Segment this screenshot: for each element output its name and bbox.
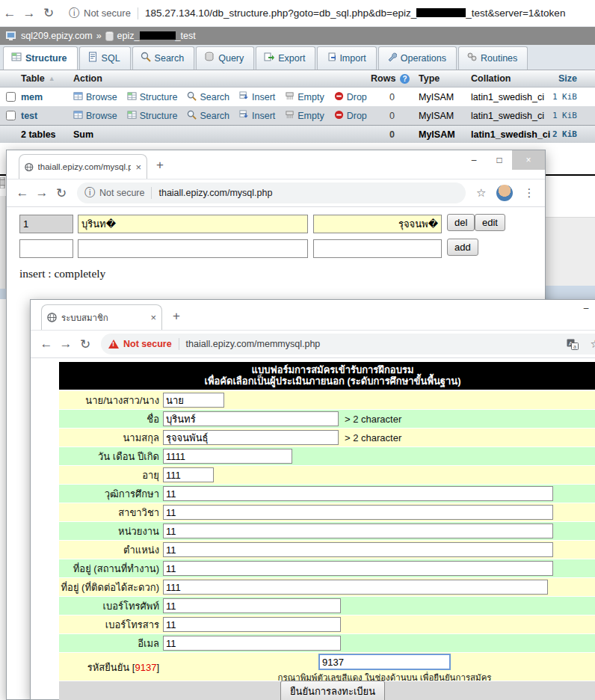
not-secure-label[interactable]: Not secure — [123, 339, 172, 349]
pma-tab-sql[interactable]: SQL — [79, 46, 131, 70]
pma-tab-structure[interactable]: Structure — [3, 46, 78, 70]
column-rows[interactable]: Rows? — [371, 73, 414, 84]
help-icon[interactable]: ? — [400, 74, 410, 84]
new-name-input[interactable] — [78, 239, 308, 258]
action-insert[interactable]: Insert — [239, 91, 275, 103]
new-tab-icon[interactable]: + — [173, 309, 180, 324]
table-name[interactable]: test — [21, 111, 73, 121]
edit-button[interactable]: edit — [475, 214, 505, 231]
not-secure-label[interactable]: Not secure — [99, 188, 144, 198]
breadcrumb-database[interactable]: epiz__test — [117, 31, 196, 41]
popup2-tab[interactable]: ระบบสมาชิก × — [41, 304, 162, 330]
table-size[interactable]: 1 KiB — [544, 111, 595, 120]
record-surname-input[interactable] — [313, 215, 442, 233]
column-type[interactable]: Type — [414, 73, 471, 84]
action-search[interactable]: Search — [187, 91, 229, 103]
record-id-input[interactable] — [19, 215, 73, 233]
pma-tab-operations[interactable]: Operations — [378, 46, 457, 70]
form-input[interactable] — [163, 486, 553, 501]
action-drop[interactable]: Drop — [334, 110, 367, 122]
form-row-label: ที่อยู่ (สถานที่ทำงาน) — [59, 561, 163, 577]
back-icon[interactable]: ← — [13, 185, 32, 200]
pma-tab-routines[interactable]: Routines — [458, 46, 528, 70]
action-empty[interactable]: Empty — [285, 91, 324, 103]
back-icon[interactable]: ← — [37, 337, 56, 351]
action-search[interactable]: Search — [187, 110, 229, 122]
form-input[interactable] — [163, 598, 341, 613]
popup1-omnibox[interactable]: ⓘ Not secure thaiall.epizy.com/mysql.php — [77, 182, 466, 203]
bookmark-star-icon[interactable]: ☆ — [591, 337, 595, 351]
pma-tab-import[interactable]: Import — [317, 46, 376, 70]
reload-icon[interactable]: ↻ — [52, 185, 71, 201]
form-input[interactable] — [163, 636, 341, 651]
insert-icon — [239, 91, 249, 103]
row-checkbox[interactable] — [6, 111, 16, 120]
maximize-icon[interactable]: □ — [487, 150, 512, 170]
action-drop[interactable]: Drop — [334, 91, 367, 103]
minimize-icon[interactable]: – — [461, 150, 487, 170]
row-checkbox[interactable] — [6, 92, 16, 102]
breadcrumb-server[interactable]: sql209.epizy.com — [21, 31, 93, 41]
reload-icon[interactable]: ↻ — [75, 337, 95, 352]
forward-icon[interactable]: → — [32, 185, 52, 200]
forward-icon[interactable]: → — [19, 6, 39, 21]
column-table[interactable]: Table▲ — [21, 73, 73, 84]
form-input[interactable] — [163, 393, 224, 408]
form-input[interactable] — [163, 524, 553, 538]
warning-icon[interactable] — [108, 340, 119, 349]
translate-icon[interactable]: Aa — [567, 339, 579, 350]
action-structure[interactable]: Structure — [127, 110, 178, 122]
add-button[interactable]: add — [447, 239, 478, 256]
column-collation[interactable]: Collation — [471, 73, 544, 84]
address-url[interactable]: thaiall.epizy.com/memmysql.php — [186, 339, 321, 349]
profile-avatar[interactable] — [496, 185, 513, 201]
form-input[interactable] — [163, 505, 553, 520]
menu-dots-icon[interactable]: ⋮ — [523, 186, 534, 200]
verify-input[interactable] — [318, 654, 451, 670]
form-input[interactable] — [163, 467, 214, 482]
row-count: 0 — [371, 92, 414, 102]
form-input[interactable] — [163, 430, 339, 445]
action-browse[interactable]: Browse — [73, 91, 117, 103]
new-surname-input[interactable] — [313, 239, 442, 258]
submit-button[interactable]: ยืนยันการลงทะเบียน — [280, 681, 385, 700]
form-input[interactable] — [163, 617, 341, 632]
tab-close-icon[interactable]: × — [135, 162, 141, 173]
form-input[interactable] — [163, 580, 548, 595]
form-input[interactable] — [163, 542, 553, 557]
popup1-tab[interactable]: thaiall.epizy.com/mysql.php × — [19, 154, 147, 179]
new-id-input[interactable] — [19, 239, 73, 258]
new-tab-icon[interactable]: + — [156, 158, 164, 173]
action-insert[interactable]: Insert — [239, 110, 275, 122]
address-url[interactable]: 185.27.134.10/db_structure.php?goto=db_s… — [145, 7, 595, 19]
page-info-icon[interactable]: ⓘ — [84, 186, 95, 200]
delete-button[interactable]: del — [447, 214, 475, 231]
form-input[interactable] — [163, 561, 553, 576]
address-url[interactable]: thaiall.epizy.com/mysql.php — [158, 188, 272, 198]
popup-window-member-form: ระบบสมาชิก × + – ← → ↻ Not secure thaial… — [30, 299, 595, 700]
page-info-icon[interactable]: ⓘ — [69, 7, 79, 20]
pma-tab-search[interactable]: Search — [132, 46, 195, 70]
form-input[interactable] — [163, 411, 339, 426]
sum-rows: 0 — [371, 129, 414, 140]
not-secure-label[interactable]: Not secure — [84, 7, 131, 19]
form-input[interactable] — [163, 449, 292, 464]
column-size[interactable]: Size — [544, 73, 595, 84]
minimize-icon[interactable]: – — [573, 303, 595, 313]
table-name[interactable]: mem — [21, 92, 73, 102]
form-row-label: นาย/นางสาว/นาง — [59, 393, 163, 408]
tab-close-icon[interactable]: × — [150, 312, 156, 323]
back-icon[interactable]: ← — [0, 6, 19, 21]
action-structure[interactable]: Structure — [127, 91, 178, 103]
record-name-input[interactable] — [78, 215, 308, 233]
action-browse[interactable]: Browse — [73, 110, 117, 122]
reload-icon[interactable]: ↻ — [39, 5, 58, 21]
pma-tab-query[interactable]: Query — [196, 46, 254, 70]
table-size[interactable]: 1 KiB — [544, 92, 595, 102]
close-icon[interactable]: × — [512, 150, 545, 170]
bookmark-star-icon[interactable]: ☆ — [476, 186, 486, 200]
popup2-omnibox[interactable]: Not secure thaiall.epizy.com/memmysql.ph… — [101, 334, 595, 354]
forward-icon[interactable]: → — [56, 337, 75, 351]
pma-tab-export[interactable]: Export — [256, 46, 315, 70]
action-empty[interactable]: Empty — [285, 110, 324, 122]
